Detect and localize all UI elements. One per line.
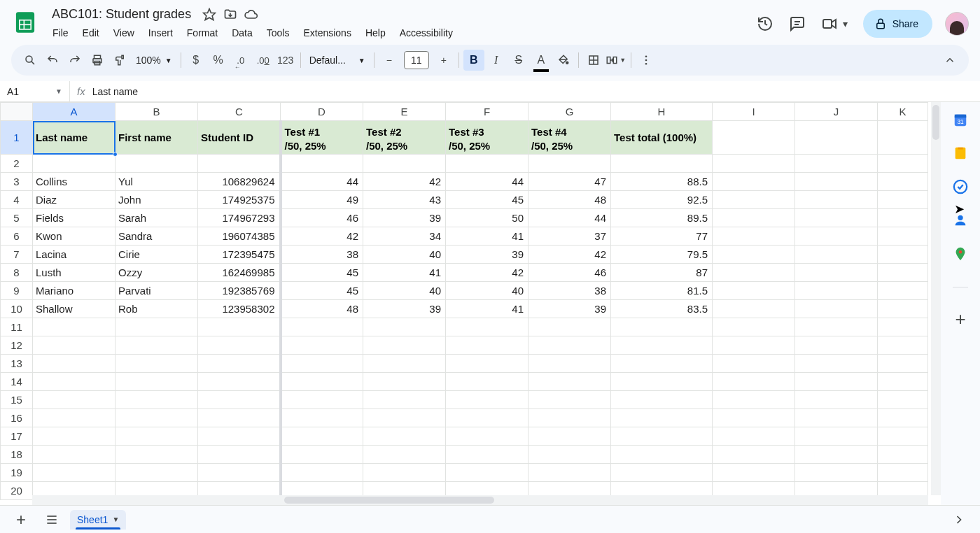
cell[interactable]: 45 [446, 191, 528, 209]
cell[interactable] [878, 427, 928, 446]
cell[interactable]: 44 [281, 173, 363, 191]
cell[interactable]: Lusth [33, 264, 115, 282]
cell[interactable] [198, 409, 281, 427]
maps-icon[interactable] [953, 246, 968, 262]
cell[interactable]: 48 [281, 300, 363, 318]
menu-insert[interactable]: Insert [142, 24, 179, 41]
cell[interactable]: 81.5 [611, 282, 713, 300]
paint-format-icon[interactable] [109, 50, 130, 71]
cell[interactable] [363, 464, 446, 482]
row-header[interactable]: 16 [1, 409, 33, 427]
cell[interactable] [795, 391, 878, 409]
meet-dropdown-icon[interactable]: ▾ [841, 14, 850, 34]
cell[interactable]: 39 [363, 300, 446, 318]
cell[interactable] [878, 282, 928, 300]
menu-view[interactable]: View [107, 24, 141, 41]
cell[interactable]: 42 [446, 264, 528, 282]
cell[interactable]: 196074385 [198, 227, 281, 246]
expand-side-panel-icon[interactable] [946, 507, 972, 532]
cell[interactable] [713, 246, 795, 264]
cell[interactable] [795, 264, 878, 282]
row-header[interactable]: 9 [1, 282, 33, 300]
cell[interactable]: 162469985 [198, 264, 281, 282]
cell[interactable]: 83.5 [611, 300, 713, 318]
column-header[interactable]: A [33, 103, 115, 121]
cell[interactable]: Diaz [33, 191, 115, 209]
row-header[interactable]: 8 [1, 264, 33, 282]
cell[interactable]: 49 [281, 191, 363, 209]
cell[interactable] [713, 355, 795, 373]
cell[interactable]: Test total (100%) [611, 121, 713, 155]
cell[interactable] [446, 155, 528, 173]
cell[interactable] [281, 373, 363, 391]
cell[interactable]: 40 [446, 282, 528, 300]
cell[interactable] [878, 318, 928, 336]
cell[interactable] [878, 409, 928, 427]
cell[interactable] [713, 264, 795, 282]
cloud-status-icon[interactable] [244, 8, 258, 22]
cell[interactable]: 44 [528, 209, 611, 227]
cell[interactable] [446, 446, 528, 464]
column-header[interactable]: G [528, 103, 611, 121]
cell[interactable] [795, 409, 878, 427]
cell[interactable]: Sandra [115, 227, 198, 246]
cell[interactable] [795, 427, 878, 446]
cell[interactable] [611, 409, 713, 427]
cell[interactable] [198, 446, 281, 464]
column-header[interactable]: D [281, 103, 363, 121]
add-sheet-icon[interactable]: + [8, 507, 34, 532]
cell[interactable]: John [115, 191, 198, 209]
cell[interactable] [713, 227, 795, 246]
cell[interactable]: Test #4/50, 25% [528, 121, 611, 155]
cell[interactable]: 39 [363, 209, 446, 227]
cell[interactable] [795, 446, 878, 464]
account-avatar[interactable] [945, 12, 969, 36]
cell[interactable] [115, 427, 198, 446]
keep-icon[interactable] [953, 145, 968, 161]
cell[interactable] [33, 446, 115, 464]
cell[interactable] [713, 318, 795, 336]
cell[interactable]: First name [115, 121, 198, 155]
cell[interactable]: 172395475 [198, 246, 281, 264]
cell[interactable] [528, 409, 611, 427]
cell[interactable]: Rob [115, 300, 198, 318]
increase-decimal-icon[interactable]: .00 [253, 50, 274, 71]
cell[interactable]: 92.5 [611, 191, 713, 209]
menu-help[interactable]: Help [359, 24, 392, 41]
cell[interactable]: 43 [363, 191, 446, 209]
cell[interactable] [611, 355, 713, 373]
cell[interactable]: Sarah [115, 209, 198, 227]
cell[interactable] [713, 121, 795, 155]
cell[interactable]: Last name [33, 121, 115, 155]
cell[interactable] [795, 464, 878, 482]
cell[interactable] [281, 355, 363, 373]
cell[interactable] [878, 391, 928, 409]
cell[interactable] [878, 121, 928, 155]
cell[interactable] [33, 391, 115, 409]
cell[interactable] [115, 446, 198, 464]
cell[interactable]: 87 [611, 264, 713, 282]
calendar-icon[interactable]: 31 [953, 112, 968, 127]
cell[interactable] [446, 427, 528, 446]
cell[interactable] [363, 155, 446, 173]
cell[interactable]: 174925375 [198, 191, 281, 209]
more-formats[interactable]: 123 [275, 50, 296, 71]
cell[interactable]: 41 [446, 300, 528, 318]
column-header[interactable]: B [115, 103, 198, 121]
cell[interactable] [713, 446, 795, 464]
select-all-corner[interactable] [1, 103, 33, 121]
cell[interactable] [446, 355, 528, 373]
vertical-scrollbar[interactable] [931, 102, 941, 495]
cell[interactable] [528, 336, 611, 355]
zoom-select[interactable]: 100%▼ [132, 55, 176, 66]
cell[interactable]: 46 [281, 209, 363, 227]
cell[interactable] [528, 355, 611, 373]
history-icon[interactable] [755, 14, 775, 34]
cell[interactable] [795, 318, 878, 336]
column-header[interactable]: C [198, 103, 281, 121]
cell[interactable] [528, 391, 611, 409]
cell[interactable] [713, 409, 795, 427]
row-header[interactable]: 17 [1, 427, 33, 446]
cell[interactable] [281, 318, 363, 336]
column-header[interactable]: F [446, 103, 528, 121]
